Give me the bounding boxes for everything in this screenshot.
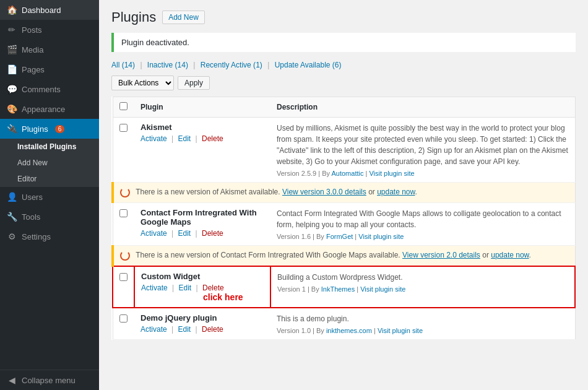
sidebar-item-pages[interactable]: 📄 Pages — [0, 59, 99, 79]
sidebar-item-dashboard[interactable]: 🏠 Dashboard — [0, 0, 99, 20]
delete-link[interactable]: Delete — [202, 325, 223, 334]
submenu-add-new[interactable]: Add New — [0, 155, 99, 171]
update-notice-row: There is a new version of Contact Form I… — [113, 246, 575, 267]
tools-icon: 🔧 — [6, 212, 17, 222]
plugin-checkbox[interactable] — [119, 314, 128, 323]
update-icon — [120, 251, 130, 261]
visit-site-link[interactable]: Visit plugin site — [360, 285, 405, 293]
delete-link[interactable]: Delete — [202, 284, 224, 292]
visit-site-link[interactable]: Visit plugin site — [378, 327, 423, 334]
plugin-meta: Version 1.6 | By FormGet | Visit plugin … — [277, 233, 569, 240]
table-row: Akismet Activate | Edit | Delete Used by… — [113, 118, 575, 183]
plugins-icon: 🔌 — [6, 124, 17, 134]
sidebar-label-pages: Pages — [22, 65, 45, 74]
sidebar-label-appearance: Appearance — [22, 105, 65, 114]
update-now-link[interactable]: update now — [491, 251, 529, 259]
toolbar: Bulk Actions Apply — [111, 76, 576, 90]
plugin-author-link[interactable]: Automattic — [331, 170, 363, 177]
sidebar-item-appearance[interactable]: 🎨 Appearance — [0, 99, 99, 119]
filter-update-available[interactable]: Update Available (6) — [275, 61, 342, 69]
sidebar-item-tools[interactable]: 🔧 Tools — [0, 207, 99, 227]
activate-link[interactable]: Activate — [141, 134, 167, 143]
plugin-description: This is a demo plugin. — [277, 313, 569, 324]
select-all-col — [113, 97, 134, 118]
plugin-name: Contact Form Intregrated With Google Map… — [141, 208, 264, 227]
sidebar-label-tools: Tools — [22, 212, 40, 222]
add-new-button[interactable]: Add New — [162, 11, 205, 24]
plugin-checkbox[interactable] — [119, 209, 128, 217]
edit-link[interactable]: Edit — [179, 284, 192, 292]
main-content: Plugins Add New Plugin deactivated. All … — [99, 0, 588, 390]
filter-all[interactable]: All (14) — [111, 61, 135, 69]
plugin-meta: Version 1.0 | By inkthemes.com | Visit p… — [277, 327, 569, 334]
sidebar-item-settings[interactable]: ⚙ Settings — [0, 227, 99, 246]
sidebar-item-comments[interactable]: 💬 Comments — [0, 79, 99, 99]
delete-link[interactable]: Delete — [202, 134, 223, 143]
table-row: Custom Widget Activate | Edit | Delete c… — [113, 266, 575, 308]
plugin-author-link[interactable]: FormGet — [326, 233, 353, 240]
bulk-actions-select[interactable]: Bulk Actions — [111, 76, 174, 90]
plugins-badge: 6 — [55, 125, 65, 133]
update-now-link[interactable]: update now — [377, 188, 415, 196]
installed-plugins-label: Installed Plugins — [17, 142, 76, 151]
edit-link[interactable]: Edit — [178, 325, 191, 334]
settings-icon: ⚙ — [6, 232, 17, 241]
sidebar-label-posts: Posts — [22, 25, 42, 35]
sidebar-label-settings: Settings — [22, 232, 51, 241]
visit-site-link[interactable]: Visit plugin site — [358, 233, 404, 240]
click-here-label: click here — [160, 292, 243, 302]
collapse-menu-label: Collapse menu — [22, 376, 76, 385]
plugin-author-link[interactable]: inkthemes.com — [326, 327, 372, 334]
plugin-description: Used by millions, Akismet is quite possi… — [277, 123, 569, 167]
plugin-notice: Plugin deactivated. — [111, 33, 576, 52]
edit-link[interactable]: Edit — [178, 229, 191, 238]
description-col-header: Description — [270, 97, 575, 118]
visit-site-link[interactable]: Visit plugin site — [369, 170, 414, 177]
sidebar-item-media[interactable]: 🎬 Media — [0, 40, 99, 59]
plugin-actions: Activate | Edit | Delete — [141, 325, 264, 334]
submenu-editor[interactable]: Editor — [0, 171, 99, 187]
sidebar-item-users[interactable]: 👤 Users — [0, 187, 99, 207]
plugin-name: Demo jQuery plugin — [141, 313, 264, 323]
plugin-checkbox[interactable] — [119, 273, 128, 281]
update-details-link[interactable]: View version 2.0 details — [402, 251, 480, 259]
sidebar-item-plugins[interactable]: 🔌 Plugins 6 — [0, 119, 99, 139]
submenu-installed-plugins[interactable]: Installed Plugins — [0, 139, 99, 155]
plugin-description: Contact Form Integrated With Google Maps… — [277, 208, 569, 230]
update-icon — [120, 188, 130, 197]
update-notice-row: There is a new version of Akismet availa… — [113, 183, 575, 203]
activate-link[interactable]: Activate — [141, 229, 167, 238]
plugin-col-header: Plugin — [134, 97, 270, 118]
filter-recently-active[interactable]: Recently Active (1) — [201, 61, 262, 69]
sidebar-item-posts[interactable]: ✏ Posts — [0, 20, 99, 40]
apply-button[interactable]: Apply — [178, 76, 210, 90]
plugin-checkbox[interactable] — [119, 124, 128, 132]
plugin-author-link[interactable]: InkThemes — [321, 285, 355, 293]
comments-icon: 💬 — [6, 84, 17, 94]
sidebar-label-dashboard: Dashboard — [22, 6, 61, 15]
filter-inactive[interactable]: Inactive (14) — [147, 61, 188, 69]
update-details-link[interactable]: View version 3.0.0 details — [282, 188, 366, 196]
posts-icon: ✏ — [6, 25, 17, 35]
delete-link[interactable]: Delete — [202, 229, 223, 238]
page-title: Plugins — [111, 9, 156, 25]
activate-link[interactable]: Activate — [141, 325, 167, 334]
sidebar-label-media: Media — [22, 45, 43, 54]
collapse-menu-item[interactable]: ◀ Collapse menu — [0, 370, 99, 390]
plugin-name: Custom Widget — [141, 272, 264, 281]
page-title-row: Plugins Add New — [111, 9, 576, 25]
table-row: Demo jQuery plugin Activate | Edit | Del… — [113, 308, 575, 340]
table-row: Contact Form Intregrated With Google Map… — [113, 203, 575, 246]
dashboard-icon: 🏠 — [6, 5, 17, 15]
notice-text: Plugin deactivated. — [121, 38, 189, 47]
edit-link[interactable]: Edit — [178, 134, 191, 143]
pages-icon: 📄 — [6, 64, 17, 74]
select-all-checkbox[interactable] — [119, 102, 128, 110]
media-icon: 🎬 — [6, 45, 17, 54]
appearance-icon: 🎨 — [6, 104, 17, 114]
plugin-actions: Activate | Edit | Delete — [141, 134, 264, 143]
plugin-meta: Version 2.5.9 | By Automattic | Visit pl… — [277, 170, 569, 177]
activate-link[interactable]: Activate — [141, 284, 168, 292]
plugin-name: Akismet — [141, 123, 264, 132]
sidebar: 🏠 Dashboard ✏ Posts 🎬 Media 📄 Pages 💬 Co… — [0, 0, 99, 390]
